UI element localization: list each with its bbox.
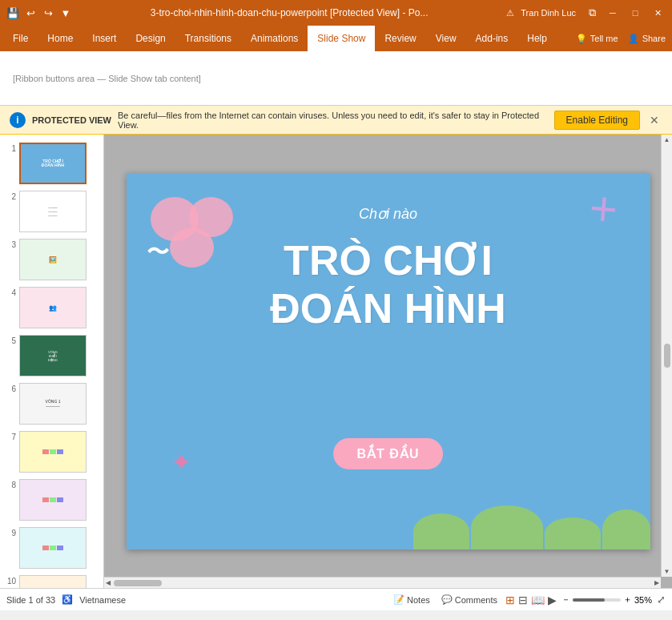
thumb-image-8 — [19, 479, 87, 521]
zoom-slider[interactable] — [573, 598, 621, 602]
deco-plus: + — [588, 180, 621, 238]
notes-label: Notes — [407, 595, 430, 605]
thumb-image-3: 🖼️ — [19, 239, 87, 280]
protected-view-bar: i PROTECTED VIEW Be careful—files from t… — [0, 106, 672, 135]
circle-3 — [170, 227, 214, 268]
tab-home[interactable]: Home — [38, 26, 82, 51]
zoom-out-icon[interactable]: － — [561, 594, 570, 606]
slide-thumb-6[interactable]: 6 VÒNG 1───── — [3, 381, 100, 426]
close-button[interactable]: ✕ — [650, 5, 666, 21]
canvas-scroll-horizontal[interactable]: ◀ ▶ — [104, 577, 661, 588]
tab-transitions[interactable]: Transitions — [175, 26, 241, 51]
slide-subtitle: Chơi nào — [359, 205, 417, 223]
slide: 〜 + ✦ Chơi nào TRÒ CHƠI ĐOÁN HÌNH BẮT ĐẦ… — [127, 173, 650, 550]
ribbon-content: [Ribbon buttons area — Slide Show tab co… — [0, 51, 672, 106]
thumb-image-2: ──────────── — [19, 191, 87, 232]
slide-panel: 1 TRÒ CHƠIĐOÁN HÌNH 2 ──────────── 3 🖼️ … — [0, 135, 104, 588]
thumb-image-6: VÒNG 1───── — [19, 383, 87, 425]
maximize-button[interactable]: □ — [627, 5, 643, 21]
zoom-control: － ＋ 35% — [561, 594, 652, 606]
zoom-in-icon[interactable]: ＋ — [623, 594, 632, 606]
thumb-image-4: 👥 — [19, 287, 87, 328]
undo-icon[interactable]: ↩ — [24, 6, 37, 19]
reading-view-icon[interactable]: 📖 — [531, 594, 545, 606]
slideshow-view-icon[interactable]: ▶ — [548, 594, 557, 606]
tell-me-label[interactable]: Tell me — [590, 34, 618, 43]
scroll-down-arrow[interactable]: ▼ — [662, 566, 672, 577]
deco-star: ✦ — [171, 447, 192, 477]
normal-view-icon[interactable]: ⊞ — [505, 594, 515, 606]
comments-icon: 💬 — [441, 594, 453, 605]
scroll-right-arrow[interactable]: ▶ — [653, 578, 661, 588]
zoom-level: 35% — [634, 595, 652, 605]
scroll-up-arrow[interactable]: ▲ — [662, 135, 672, 145]
tab-help[interactable]: Help — [517, 26, 557, 51]
ribbon-tabs: File Home Insert Design Transitions Anim… — [0, 26, 672, 51]
scroll-thumb-h[interactable] — [114, 580, 162, 586]
notes-button[interactable]: 📝 Notes — [390, 594, 433, 605]
customize-icon[interactable]: ▼ — [59, 6, 72, 19]
slide-thumb-9[interactable]: 9 — [3, 525, 100, 570]
slide-thumb-5[interactable]: 5 VÒNGKHỞIĐỘNG — [3, 333, 100, 378]
slide-thumb-1[interactable]: 1 TRÒ CHƠIĐOÁN HÌNH — [3, 141, 100, 186]
warning-icon: ⚠ — [506, 8, 514, 18]
slide-title-line2: ĐOÁN HÌNH — [270, 285, 506, 332]
thumb-image-5: VÒNGKHỞIĐỘNG — [19, 335, 87, 376]
comments-label: Comments — [455, 595, 497, 605]
slide-start-button[interactable]: BẮT ĐẦU — [333, 438, 444, 469]
slide-thumb-2[interactable]: 2 ──────────── — [3, 189, 100, 234]
protected-view-close[interactable]: ✕ — [646, 112, 662, 128]
scroll-left-arrow[interactable]: ◀ — [104, 578, 112, 588]
slide-thumb-8[interactable]: 8 — [3, 477, 100, 522]
tell-me-icon: 💡 — [576, 34, 587, 44]
protected-view-label: PROTECTED VIEW — [32, 115, 111, 125]
save-icon[interactable]: 💾 — [6, 6, 19, 19]
thumb-image-1: TRÒ CHƠIĐOÁN HÌNH — [19, 143, 87, 184]
slide-thumb-10[interactable]: 10 — [3, 574, 100, 588]
slide-thumb-7[interactable]: 7 — [3, 429, 100, 474]
tab-file[interactable]: File — [3, 26, 38, 51]
thumb-image-10 — [19, 575, 87, 588]
canvas-scroll-vertical[interactable]: ▲ ▼ — [661, 135, 672, 577]
notes-icon: 📝 — [393, 594, 404, 605]
slide-title-line1: TRÒ CHƠI — [284, 237, 493, 284]
deco-grass — [413, 505, 650, 550]
main-area: 1 TRÒ CHƠIĐOÁN HÌNH 2 ──────────── 3 🖼️ … — [0, 135, 672, 588]
comments-button[interactable]: 💬 Comments — [438, 594, 501, 605]
scroll-thumb-v[interactable] — [664, 344, 670, 368]
status-bar: Slide 1 of 33 ♿ Vietnamese 📝 Notes 💬 Com… — [0, 588, 672, 610]
username: Tran Dinh Luc — [521, 8, 576, 18]
enable-editing-button[interactable]: Enable Editing — [554, 111, 640, 130]
tab-slideshow[interactable]: Slide Show — [308, 26, 375, 51]
restore-icon[interactable]: ⧉ — [585, 6, 598, 19]
tab-review[interactable]: Review — [375, 26, 425, 51]
window-title: 3-tro-choi-nhin-hinh-doan-chu-powerpoint… — [72, 7, 506, 18]
language: Vietnamese — [79, 595, 126, 605]
accessibility-icon: ♿ — [62, 594, 73, 605]
thumb-image-9 — [19, 527, 87, 569]
tab-animations[interactable]: Animations — [241, 26, 308, 51]
tab-addins[interactable]: Add-ins — [466, 26, 518, 51]
tab-insert[interactable]: Insert — [82, 26, 126, 51]
view-icons: ⊞ ⊟ 📖 ▶ — [505, 594, 557, 606]
slide-title: TRÒ CHƠI ĐOÁN HÌNH — [270, 237, 506, 333]
tab-view[interactable]: View — [426, 26, 466, 51]
share-icon: 👤 — [628, 34, 639, 44]
deco-wave: 〜 — [147, 237, 169, 268]
protected-view-message: Be careful—files from the Internet can c… — [118, 111, 548, 130]
slide-info: Slide 1 of 33 — [6, 595, 55, 605]
title-bar: 💾 ↩ ↪ ▼ 3-tro-choi-nhin-hinh-doan-chu-po… — [0, 0, 672, 26]
minimize-button[interactable]: ─ — [605, 5, 621, 21]
slide-sorter-icon[interactable]: ⊟ — [518, 594, 528, 606]
slide-thumb-3[interactable]: 3 🖼️ — [3, 237, 100, 282]
canvas-area: 〜 + ✦ Chơi nào TRÒ CHƠI ĐOÁN HÌNH BẮT ĐẦ… — [104, 135, 672, 588]
thumb-image-7 — [19, 431, 87, 473]
redo-icon[interactable]: ↪ — [42, 6, 54, 19]
info-icon: i — [10, 112, 26, 128]
fit-slide-icon[interactable]: ⤢ — [657, 594, 666, 606]
slide-thumb-4[interactable]: 4 👥 — [3, 285, 100, 330]
share-label[interactable]: Share — [642, 34, 666, 43]
tab-design[interactable]: Design — [126, 26, 175, 51]
